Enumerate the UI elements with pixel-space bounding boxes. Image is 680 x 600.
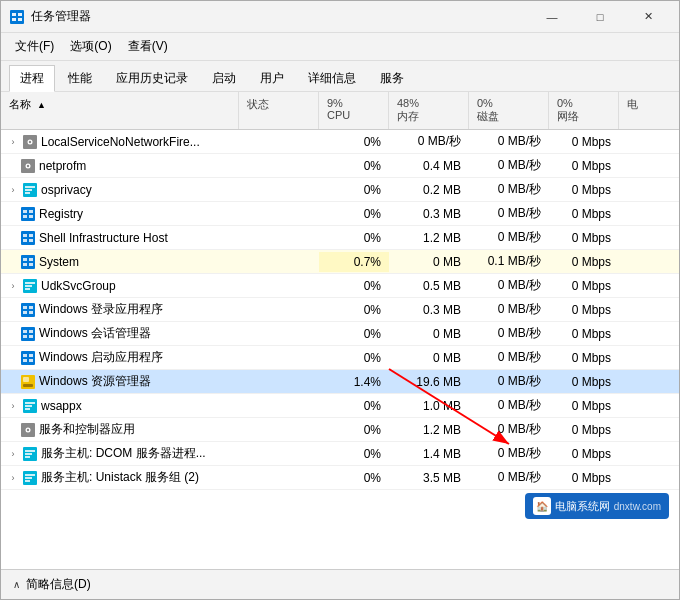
svg-rect-38 — [29, 311, 33, 314]
table-row[interactable]: Windows 启动应用程序0%0 MB0 MB/秒0 Mbps — [1, 346, 679, 370]
col-header-disk[interactable]: 0%磁盘 — [469, 92, 549, 129]
process-name-cell: Windows 资源管理器 — [1, 370, 239, 393]
process-memory: 3.5 MB — [389, 468, 469, 488]
table-row[interactable]: Windows 资源管理器1.4%19.6 MB0 MB/秒0 Mbps — [1, 370, 679, 394]
maximize-button[interactable]: □ — [577, 7, 623, 27]
app-icon — [9, 9, 25, 25]
tab-details[interactable]: 详细信息 — [297, 65, 367, 91]
svg-rect-28 — [23, 263, 27, 266]
process-icon — [21, 231, 35, 245]
process-network: 0 Mbps — [549, 156, 619, 176]
col-header-cpu[interactable]: 9%CPU — [319, 92, 389, 129]
table-row[interactable]: ›服务主机: Unistack 服务组 (2)0%3.5 MB0 MB/秒0 M… — [1, 466, 679, 490]
process-disk: 0 MB/秒 — [469, 274, 549, 297]
col-header-status[interactable]: 状态 — [239, 92, 319, 129]
process-disk: 0 MB/秒 — [469, 442, 549, 465]
bottom-bar[interactable]: ∧ 简略信息(D) — [1, 569, 679, 599]
menu-options[interactable]: 选项(O) — [64, 36, 117, 57]
process-name-cell: Registry — [1, 204, 239, 224]
table-row[interactable]: netprofm0%0.4 MB0 MB/秒0 Mbps — [1, 154, 679, 178]
table-row[interactable]: 服务和控制器应用0%1.2 MB0 MB/秒0 Mbps — [1, 418, 679, 442]
process-name-label: Windows 资源管理器 — [39, 373, 151, 390]
table-row[interactable]: ›wsappx0%1.0 MB0 MB/秒0 Mbps — [1, 394, 679, 418]
process-power — [619, 163, 679, 169]
process-disk: 0 MB/秒 — [469, 418, 549, 441]
process-name-cell: ›LocalServiceNoNetworkFire... — [1, 132, 239, 152]
tab-app-history[interactable]: 应用历史记录 — [105, 65, 199, 91]
process-name-label: LocalServiceNoNetworkFire... — [41, 135, 200, 149]
process-disk: 0 MB/秒 — [469, 130, 549, 153]
svg-rect-45 — [23, 354, 27, 357]
table-row[interactable]: ›osprivacy0%0.2 MB0 MB/秒0 Mbps — [1, 178, 679, 202]
col-header-power[interactable]: 电 — [619, 92, 679, 129]
process-cpu: 0% — [319, 468, 389, 488]
expand-arrow-icon[interactable]: › — [7, 472, 19, 484]
process-cpu: 0% — [319, 276, 389, 296]
menu-view[interactable]: 查看(V) — [122, 36, 174, 57]
svg-rect-18 — [23, 215, 27, 218]
process-name-label: 服务和控制器应用 — [39, 421, 135, 438]
table-row[interactable]: Shell Infrastructure Host0%1.2 MB0 MB/秒0… — [1, 226, 679, 250]
process-status — [239, 259, 319, 265]
tab-users[interactable]: 用户 — [249, 65, 295, 91]
process-name-cell: Windows 会话管理器 — [1, 322, 239, 345]
process-name-label: Windows 启动应用程序 — [39, 349, 163, 366]
process-network: 0 Mbps — [549, 180, 619, 200]
process-disk: 0 MB/秒 — [469, 346, 549, 369]
process-network: 0 Mbps — [549, 276, 619, 296]
table-row[interactable]: ›UdkSvcGroup0%0.5 MB0 MB/秒0 Mbps — [1, 274, 679, 298]
tab-startup[interactable]: 启动 — [201, 65, 247, 91]
table-row[interactable]: ›服务主机: DCOM 服务器进程...0%1.4 MB0 MB/秒0 Mbps — [1, 442, 679, 466]
process-table-container: 名称 ▲ 状态 9%CPU 48%内存 0%磁盘 0%网络 电 ›LocalSe… — [1, 92, 679, 569]
svg-point-58 — [27, 428, 29, 430]
process-memory: 0.5 MB — [389, 276, 469, 296]
svg-rect-27 — [29, 258, 33, 261]
svg-rect-34 — [21, 303, 35, 317]
minimize-button[interactable]: — — [529, 7, 575, 27]
process-power — [619, 475, 679, 481]
process-status — [239, 235, 319, 241]
svg-rect-50 — [23, 384, 33, 387]
svg-rect-48 — [29, 359, 33, 362]
process-cpu: 0% — [319, 132, 389, 152]
svg-rect-53 — [25, 402, 35, 404]
process-name-label: System — [39, 255, 79, 269]
col-header-network[interactable]: 0%网络 — [549, 92, 619, 129]
tab-performance[interactable]: 性能 — [57, 65, 103, 91]
svg-rect-40 — [23, 330, 27, 333]
expand-arrow-icon[interactable]: › — [7, 136, 19, 148]
svg-rect-13 — [25, 189, 32, 191]
tab-process[interactable]: 进程 — [9, 65, 55, 92]
col-header-name[interactable]: 名称 ▲ — [1, 92, 239, 129]
expand-arrow-icon[interactable]: › — [7, 280, 19, 292]
svg-rect-19 — [29, 215, 33, 218]
close-button[interactable]: ✕ — [625, 7, 671, 27]
svg-rect-54 — [25, 405, 32, 407]
table-row[interactable]: Registry0%0.3 MB0 MB/秒0 Mbps — [1, 202, 679, 226]
table-row[interactable]: ›LocalServiceNoNetworkFire...0%0 MB/秒0 M… — [1, 130, 679, 154]
expand-arrow-icon[interactable]: › — [7, 400, 19, 412]
process-memory: 19.6 MB — [389, 372, 469, 392]
process-name-cell: ›wsappx — [1, 396, 239, 416]
process-name-label: 服务主机: Unistack 服务组 (2) — [41, 469, 199, 486]
process-memory: 1.2 MB — [389, 420, 469, 440]
process-power — [619, 235, 679, 241]
table-row[interactable]: Windows 登录应用程序0%0.3 MB0 MB/秒0 Mbps — [1, 298, 679, 322]
svg-rect-44 — [21, 351, 35, 365]
process-icon — [21, 303, 35, 317]
process-network: 0 Mbps — [549, 204, 619, 224]
tab-services[interactable]: 服务 — [369, 65, 415, 91]
process-status — [239, 427, 319, 433]
process-network: 0 Mbps — [549, 468, 619, 488]
svg-rect-26 — [23, 258, 27, 261]
table-row[interactable]: Windows 会话管理器0%0 MB0 MB/秒0 Mbps — [1, 322, 679, 346]
svg-rect-51 — [23, 377, 29, 382]
expand-arrow-icon[interactable]: › — [7, 448, 19, 460]
bottom-label[interactable]: 简略信息(D) — [26, 576, 91, 593]
sort-icon: ▲ — [37, 100, 46, 110]
col-header-memory[interactable]: 48%内存 — [389, 92, 469, 129]
menu-file[interactable]: 文件(F) — [9, 36, 60, 57]
expand-arrow-icon[interactable]: › — [7, 184, 19, 196]
table-row[interactable]: System0.7%0 MB0.1 MB/秒0 Mbps — [1, 250, 679, 274]
svg-rect-31 — [25, 282, 35, 284]
